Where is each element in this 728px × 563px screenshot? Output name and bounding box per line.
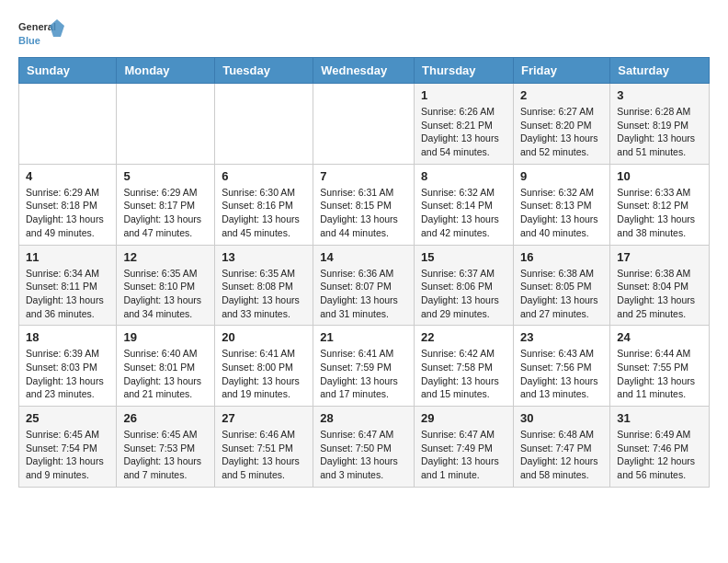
day-number: 25 — [26, 411, 109, 425]
calendar-cell: 6Sunrise: 6:30 AM Sunset: 8:16 PM Daylig… — [215, 164, 313, 245]
week-row-3: 11Sunrise: 6:34 AM Sunset: 8:11 PM Dayli… — [19, 245, 710, 326]
weekday-header-tuesday: Tuesday — [215, 58, 313, 84]
day-info: Sunrise: 6:28 AM Sunset: 8:19 PM Dayligh… — [617, 105, 702, 159]
calendar-cell: 22Sunrise: 6:42 AM Sunset: 7:58 PM Dayli… — [415, 326, 514, 407]
day-info: Sunrise: 6:46 AM Sunset: 7:51 PM Dayligh… — [222, 428, 306, 482]
day-info: Sunrise: 6:34 AM Sunset: 8:11 PM Dayligh… — [26, 267, 109, 321]
day-number: 29 — [421, 411, 506, 425]
weekday-header-row: SundayMondayTuesdayWednesdayThursdayFrid… — [19, 58, 710, 84]
day-info: Sunrise: 6:29 AM Sunset: 8:18 PM Dayligh… — [26, 186, 109, 240]
day-number: 2 — [520, 88, 603, 102]
calendar-cell: 11Sunrise: 6:34 AM Sunset: 8:11 PM Dayli… — [19, 245, 117, 326]
day-info: Sunrise: 6:47 AM Sunset: 7:50 PM Dayligh… — [320, 428, 407, 482]
day-number: 7 — [320, 169, 407, 183]
calendar-cell: 31Sunrise: 6:49 AM Sunset: 7:46 PM Dayli… — [610, 407, 710, 488]
day-number: 1 — [421, 88, 506, 102]
day-info: Sunrise: 6:49 AM Sunset: 7:46 PM Dayligh… — [617, 428, 702, 482]
day-number: 23 — [520, 330, 603, 344]
day-number: 15 — [421, 250, 506, 264]
logo-svg-icon: General Blue — [18, 15, 64, 52]
calendar-table: SundayMondayTuesdayWednesdayThursdayFrid… — [18, 57, 710, 488]
day-number: 6 — [222, 169, 306, 183]
weekday-header-wednesday: Wednesday — [313, 58, 415, 84]
calendar-cell: 29Sunrise: 6:47 AM Sunset: 7:49 PM Dayli… — [415, 407, 514, 488]
calendar-cell: 26Sunrise: 6:45 AM Sunset: 7:53 PM Dayli… — [117, 407, 215, 488]
day-info: Sunrise: 6:30 AM Sunset: 8:16 PM Dayligh… — [222, 186, 306, 240]
day-number: 12 — [123, 250, 208, 264]
day-number: 27 — [222, 411, 306, 425]
calendar-cell: 1Sunrise: 6:26 AM Sunset: 8:21 PM Daylig… — [415, 84, 514, 165]
calendar-cell: 12Sunrise: 6:35 AM Sunset: 8:10 PM Dayli… — [117, 245, 215, 326]
calendar-cell: 24Sunrise: 6:44 AM Sunset: 7:55 PM Dayli… — [610, 326, 710, 407]
week-row-4: 18Sunrise: 6:39 AM Sunset: 8:03 PM Dayli… — [19, 326, 710, 407]
calendar-cell: 10Sunrise: 6:33 AM Sunset: 8:12 PM Dayli… — [610, 164, 710, 245]
day-info: Sunrise: 6:48 AM Sunset: 7:47 PM Dayligh… — [520, 428, 603, 482]
calendar-cell: 2Sunrise: 6:27 AM Sunset: 8:20 PM Daylig… — [513, 84, 609, 165]
day-number: 5 — [123, 169, 208, 183]
calendar-cell — [313, 84, 415, 165]
day-info: Sunrise: 6:36 AM Sunset: 8:07 PM Dayligh… — [320, 267, 407, 321]
day-info: Sunrise: 6:35 AM Sunset: 8:08 PM Dayligh… — [222, 267, 306, 321]
calendar-cell: 25Sunrise: 6:45 AM Sunset: 7:54 PM Dayli… — [19, 407, 117, 488]
day-info: Sunrise: 6:41 AM Sunset: 7:59 PM Dayligh… — [320, 347, 407, 401]
day-info: Sunrise: 6:38 AM Sunset: 8:04 PM Dayligh… — [617, 267, 702, 321]
day-info: Sunrise: 6:43 AM Sunset: 7:56 PM Dayligh… — [520, 347, 603, 401]
calendar-cell — [215, 84, 313, 165]
calendar-cell: 17Sunrise: 6:38 AM Sunset: 8:04 PM Dayli… — [610, 245, 710, 326]
calendar-cell: 21Sunrise: 6:41 AM Sunset: 7:59 PM Dayli… — [313, 326, 415, 407]
calendar-cell: 4Sunrise: 6:29 AM Sunset: 8:18 PM Daylig… — [19, 164, 117, 245]
day-number: 11 — [26, 250, 109, 264]
calendar-cell: 28Sunrise: 6:47 AM Sunset: 7:50 PM Dayli… — [313, 407, 415, 488]
calendar-cell: 14Sunrise: 6:36 AM Sunset: 8:07 PM Dayli… — [313, 245, 415, 326]
day-info: Sunrise: 6:40 AM Sunset: 8:01 PM Dayligh… — [123, 347, 208, 401]
weekday-header-thursday: Thursday — [415, 58, 514, 84]
weekday-header-saturday: Saturday — [610, 58, 710, 84]
svg-text:Blue: Blue — [18, 35, 40, 46]
calendar-cell: 18Sunrise: 6:39 AM Sunset: 8:03 PM Dayli… — [19, 326, 117, 407]
day-info: Sunrise: 6:41 AM Sunset: 8:00 PM Dayligh… — [222, 347, 306, 401]
day-info: Sunrise: 6:29 AM Sunset: 8:17 PM Dayligh… — [123, 186, 208, 240]
day-info: Sunrise: 6:33 AM Sunset: 8:12 PM Dayligh… — [617, 186, 702, 240]
day-info: Sunrise: 6:26 AM Sunset: 8:21 PM Dayligh… — [421, 105, 506, 159]
day-number: 3 — [617, 88, 702, 102]
day-info: Sunrise: 6:31 AM Sunset: 8:15 PM Dayligh… — [320, 186, 407, 240]
week-row-1: 1Sunrise: 6:26 AM Sunset: 8:21 PM Daylig… — [19, 84, 710, 165]
calendar-cell: 20Sunrise: 6:41 AM Sunset: 8:00 PM Dayli… — [215, 326, 313, 407]
day-number: 28 — [320, 411, 407, 425]
calendar-cell: 16Sunrise: 6:38 AM Sunset: 8:05 PM Dayli… — [513, 245, 609, 326]
day-number: 24 — [617, 330, 702, 344]
calendar-cell: 9Sunrise: 6:32 AM Sunset: 8:13 PM Daylig… — [513, 164, 609, 245]
day-info: Sunrise: 6:32 AM Sunset: 8:14 PM Dayligh… — [421, 186, 506, 240]
calendar-cell — [117, 84, 215, 165]
week-row-2: 4Sunrise: 6:29 AM Sunset: 8:18 PM Daylig… — [19, 164, 710, 245]
calendar-cell: 13Sunrise: 6:35 AM Sunset: 8:08 PM Dayli… — [215, 245, 313, 326]
day-number: 18 — [26, 330, 109, 344]
day-info: Sunrise: 6:32 AM Sunset: 8:13 PM Dayligh… — [520, 186, 603, 240]
day-number: 22 — [421, 330, 506, 344]
calendar-cell: 30Sunrise: 6:48 AM Sunset: 7:47 PM Dayli… — [513, 407, 609, 488]
calendar-cell: 8Sunrise: 6:32 AM Sunset: 8:14 PM Daylig… — [415, 164, 514, 245]
day-number: 16 — [520, 250, 603, 264]
calendar-cell: 19Sunrise: 6:40 AM Sunset: 8:01 PM Dayli… — [117, 326, 215, 407]
day-info: Sunrise: 6:45 AM Sunset: 7:53 PM Dayligh… — [123, 428, 208, 482]
day-number: 10 — [617, 169, 702, 183]
day-info: Sunrise: 6:35 AM Sunset: 8:10 PM Dayligh… — [123, 267, 208, 321]
weekday-header-friday: Friday — [513, 58, 609, 84]
calendar-cell: 3Sunrise: 6:28 AM Sunset: 8:19 PM Daylig… — [610, 84, 710, 165]
calendar-cell: 7Sunrise: 6:31 AM Sunset: 8:15 PM Daylig… — [313, 164, 415, 245]
day-number: 31 — [617, 411, 702, 425]
calendar-cell: 23Sunrise: 6:43 AM Sunset: 7:56 PM Dayli… — [513, 326, 609, 407]
logo: General Blue — [18, 15, 64, 52]
day-number: 9 — [520, 169, 603, 183]
day-info: Sunrise: 6:45 AM Sunset: 7:54 PM Dayligh… — [26, 428, 109, 482]
day-number: 4 — [26, 169, 109, 183]
day-number: 19 — [123, 330, 208, 344]
calendar-cell — [19, 84, 117, 165]
day-number: 20 — [222, 330, 306, 344]
calendar-cell: 27Sunrise: 6:46 AM Sunset: 7:51 PM Dayli… — [215, 407, 313, 488]
weekday-header-sunday: Sunday — [19, 58, 117, 84]
day-info: Sunrise: 6:27 AM Sunset: 8:20 PM Dayligh… — [520, 105, 603, 159]
day-number: 30 — [520, 411, 603, 425]
header: General Blue — [18, 15, 710, 52]
day-number: 14 — [320, 250, 407, 264]
